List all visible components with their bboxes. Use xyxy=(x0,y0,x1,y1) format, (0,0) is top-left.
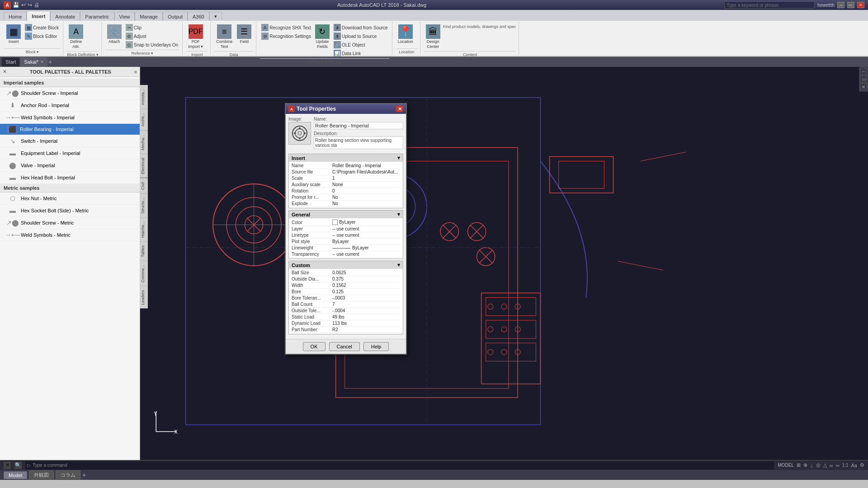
metric-section-header[interactable]: Metric samples xyxy=(0,184,140,192)
quick-access-print[interactable]: 🖨 xyxy=(34,2,39,8)
statusbar-ortho-icon[interactable]: ⟂ xyxy=(810,463,813,468)
pdf-import-button[interactable]: PDF PDFImport ▾ xyxy=(186,23,205,50)
custom-section-header[interactable]: Custom ▾ xyxy=(289,261,403,269)
command-placeholder: Type a command xyxy=(33,463,67,468)
color-swatch xyxy=(332,220,338,225)
bottom-tab-model[interactable]: Model xyxy=(4,471,27,479)
define-attr-button[interactable]: Α DefineAttr. xyxy=(67,23,85,50)
data-link-button[interactable]: 📊 Data Link xyxy=(332,49,389,57)
close-button[interactable]: ✕ xyxy=(857,2,864,8)
quick-access-redo[interactable]: ↪ xyxy=(28,2,32,8)
prop-layer: Layer -- use current xyxy=(292,226,400,232)
dialog-close-button[interactable]: ✕ xyxy=(396,106,403,112)
general-collapse-icon: ▾ xyxy=(397,211,400,217)
palette-item-equipment-label[interactable]: ▬ Equipment Label - Imperial xyxy=(0,147,140,160)
download-label: Download from Source xyxy=(342,25,388,30)
statusbar-close-icon[interactable]: ✕ xyxy=(4,462,11,469)
statusbar-search-icon[interactable]: 🔍 xyxy=(14,462,22,469)
insert-section-header[interactable]: Insert ▾ xyxy=(289,154,403,162)
prop-static-load: Static Load 49 lbs xyxy=(292,314,400,320)
update-fields-button[interactable]: ↻ UpdateFields xyxy=(313,23,331,50)
tab-manage[interactable]: Manage xyxy=(135,12,163,21)
ok-button[interactable]: OK xyxy=(303,342,326,351)
clip-icon: ✂ xyxy=(126,24,133,31)
tab-extra[interactable]: ▾ xyxy=(209,12,222,21)
dialog-app-icon: A xyxy=(288,106,295,112)
palette-item-weld-symbols[interactable]: →⟵ Weld Symbols - Imperial xyxy=(0,112,140,124)
quick-access-undo[interactable]: ↩ xyxy=(21,2,26,8)
statusbar-workspace-icon[interactable]: ⚙ xyxy=(860,462,864,468)
statusbar-osnap-icon[interactable]: △ xyxy=(823,462,827,468)
import-group-label: Import xyxy=(186,51,208,57)
palette-item-shoulder-screw-metric[interactable]: ↗⬤ Shoulder Screw - Metric xyxy=(0,217,140,229)
imperial-section-header[interactable]: Imperial samples xyxy=(0,79,140,87)
search-input[interactable] xyxy=(724,1,815,9)
download-from-source-button[interactable]: ⬇ Download from Source xyxy=(332,23,389,32)
ribbon-group-blockdef: Α DefineAttr. Block Definition ▾ xyxy=(64,22,102,55)
location-button[interactable]: 📍 Location xyxy=(396,23,415,45)
design-center-button[interactable]: 🏛 DesignCenter xyxy=(424,23,442,50)
snap-to-underlay[interactable]: ◎ Snap to Underlays On xyxy=(124,41,179,49)
quick-access-save[interactable]: 💾 xyxy=(13,2,19,8)
tab-annotate[interactable]: Annotate xyxy=(50,12,80,21)
statusbar-otrack-icon[interactable]: ∞ xyxy=(830,463,833,468)
palette-item-anchor-rod[interactable]: ⬇ Anchor Rod - Imperial xyxy=(0,99,140,112)
recognition-settings-button[interactable]: ⚙ Recognition Settings xyxy=(260,32,312,40)
add-tab-button[interactable]: + xyxy=(48,58,52,66)
insert-block-label: Insert xyxy=(9,39,19,44)
palette-item-hex-head-bolt[interactable]: ▬ Hex Head Bolt - Imperial xyxy=(0,172,140,184)
ole-object-button[interactable]: 🔗 OLE Object xyxy=(332,41,389,49)
palette-item-weld-symbols-metric[interactable]: →⟵ Weld Symbols - Metric xyxy=(0,229,140,241)
command-line[interactable]: ▷ Type a command xyxy=(25,461,774,469)
block-editor-button[interactable]: ✎ Block Editor xyxy=(24,32,60,40)
palette-item-hex-nut[interactable]: ⬡ Hex Nut - Metric xyxy=(0,192,140,205)
main-area: ✕ TOOL PALETTES - ALL PALETTES ≡ Annota.… xyxy=(0,67,868,460)
recognize-shx-button[interactable]: Α Recognize SHX Text xyxy=(260,23,312,32)
general-section-header[interactable]: General ▾ xyxy=(289,211,403,218)
clip-button[interactable]: ✂ Clip xyxy=(124,23,179,32)
restore-button[interactable]: ▭ xyxy=(847,2,854,8)
tab-sakai[interactable]: Sakai* ✕ xyxy=(20,57,47,66)
tab-view[interactable]: View xyxy=(114,12,135,21)
attach-button[interactable]: 📎 Attach xyxy=(105,23,123,45)
tab-start[interactable]: Start xyxy=(2,57,19,66)
tab-sakai-close[interactable]: ✕ xyxy=(40,60,44,64)
field-button[interactable]: ☰ Field xyxy=(235,23,253,45)
tab-parametric[interactable]: Parametric xyxy=(80,12,114,21)
cancel-button[interactable]: Cancel xyxy=(329,342,360,351)
palette-item-hex-socket-bolt[interactable]: ▬ Hex Socket Bolt (Side) - Metric xyxy=(0,205,140,217)
tab-output[interactable]: Output xyxy=(163,12,188,21)
bottom-tab-gaikan[interactable]: 外観図 xyxy=(29,470,54,479)
recognition-settings-icon: ⚙ xyxy=(261,33,269,40)
statusbar-grid-icon[interactable]: ⊞ xyxy=(797,462,801,468)
tab-home[interactable]: Home xyxy=(4,12,27,21)
equipment-label-label: Equipment Label - Imperial xyxy=(21,150,80,156)
insert-block-button[interactable]: ▦ Insert xyxy=(5,23,23,45)
statusbar-polar-icon[interactable]: ◎ xyxy=(816,462,821,468)
drawing-area[interactable]: ─ ▭ ✕ xyxy=(140,67,868,460)
prop-lineweight: Lineweight ByLayer xyxy=(292,245,400,251)
hex-nut-icon: ⬡ xyxy=(7,194,18,203)
prop-transparency: Transparency -- use current xyxy=(292,251,400,258)
palette-close-icon[interactable]: ✕ xyxy=(3,69,7,75)
add-layout-button[interactable]: + xyxy=(82,471,86,479)
statusbar-annotation-icon[interactable]: Aa xyxy=(851,463,857,468)
palette-item-roller-bearing[interactable]: ⬛ Roller Bearing - Imperial xyxy=(0,124,140,135)
combine-text-button[interactable]: ≡ CombineText xyxy=(214,23,234,50)
palette-item-shoulder-screw[interactable]: ↗⬤ Shoulder Screw - Imperial xyxy=(0,87,140,99)
statusbar-snap-icon[interactable]: ⊕ xyxy=(803,462,807,468)
tab-a360[interactable]: A360 xyxy=(188,12,209,21)
ribbon-content: ▦ Insert ▦ Create Block ✎ Block Editor B… xyxy=(0,21,868,56)
model-space-indicator[interactable]: MODEL xyxy=(778,463,794,468)
upload-to-source-button[interactable]: ⬆ Upload to Source xyxy=(332,32,389,40)
palette-item-valve[interactable]: ⬤ Valve - Imperial xyxy=(0,160,140,172)
palette-item-switch[interactable]: ↘ Switch - Imperial xyxy=(0,135,140,147)
create-block-button[interactable]: ▦ Create Block xyxy=(24,23,60,32)
help-button[interactable]: Help xyxy=(363,342,389,351)
bottom-tab-column[interactable]: コラム xyxy=(56,470,80,479)
statusbar-lineweight-icon[interactable]: ═ xyxy=(836,463,840,468)
tab-insert[interactable]: Insert xyxy=(27,11,50,21)
minimize-button[interactable]: ─ xyxy=(837,2,844,8)
adjust-button[interactable]: ⚙ Adjust xyxy=(124,32,179,40)
palette-options-icon[interactable]: ≡ xyxy=(134,69,137,75)
